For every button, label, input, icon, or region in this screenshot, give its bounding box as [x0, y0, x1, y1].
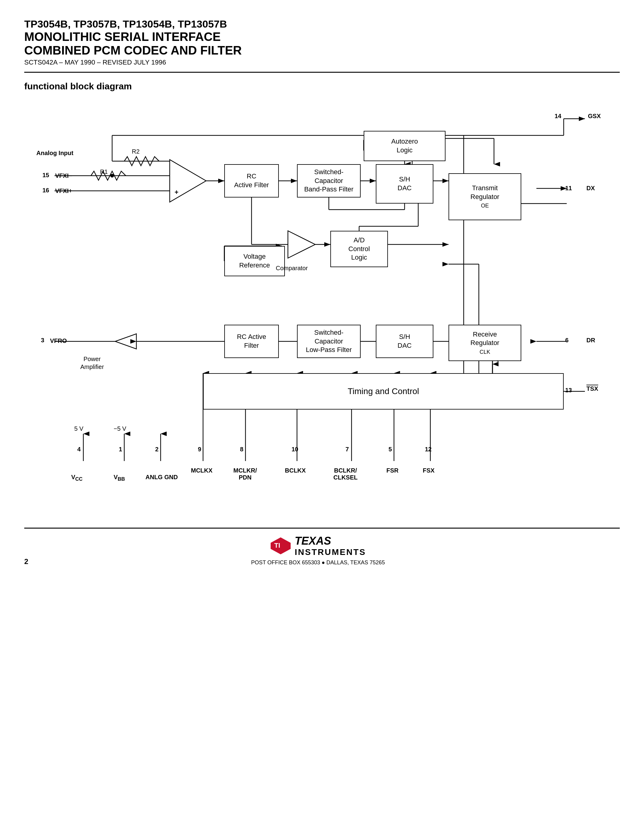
footer-rule: [24, 527, 620, 529]
svg-text:+: +: [175, 188, 179, 196]
title-line3: COMBINED PCM CODEC AND FILTER: [24, 43, 620, 57]
pin4-number: 4: [77, 446, 80, 453]
vfxi-minus-label: VFXI−: [55, 172, 72, 180]
pin11-number: 11: [565, 185, 572, 192]
page: TP3054B, TP3057B, TP13054B, TP13057B MON…: [0, 0, 644, 833]
mclkx-signal: MCLKX: [191, 467, 213, 474]
pin10-number: 10: [291, 446, 298, 453]
pin14-number: 14: [555, 113, 561, 120]
pin13-number: 13: [565, 387, 572, 394]
pin9-number: 9: [198, 446, 201, 453]
fsr-signal: FSR: [386, 467, 399, 474]
pin15-number: 15: [42, 172, 49, 179]
receive-regulator-block: Receive Regulator CLK: [449, 325, 521, 361]
rc-active-filter-top-block: RC Active Filter: [224, 164, 279, 198]
ti-logo-icon: TI: [270, 537, 291, 555]
pin3-number: 3: [41, 337, 44, 344]
diagram-svg: +: [24, 101, 624, 510]
svg-marker-30: [288, 231, 315, 258]
power-amplifier-label: Power Amplifier: [80, 355, 104, 371]
neg5v-label: −5 V: [114, 425, 126, 433]
footer-address: POST OFFICE BOX 655303 ● DALLAS, TEXAS 7…: [251, 560, 385, 566]
timing-control-block: Timing and Control: [203, 373, 564, 410]
fsx-signal: FSX: [423, 467, 435, 474]
rc-active-filter-bot-block: RC Active Filter: [224, 325, 279, 358]
vfro-label: VFRO: [50, 337, 67, 345]
ti-texas: TEXAS: [295, 535, 366, 547]
sh-dac-top-block: S/H DAC: [376, 164, 433, 204]
svg-marker-65: [270, 537, 291, 554]
pin8-number: 8: [240, 446, 243, 453]
title-line2: MONOLITHIC SERIAL INTERFACE: [24, 30, 620, 43]
pin1-number: 1: [119, 446, 122, 453]
pin2-number: 2: [155, 446, 158, 453]
pin7-number: 7: [346, 446, 349, 453]
header-rule: [24, 72, 620, 73]
mclkr-pdn-signal: MCLKR/ PDN: [233, 467, 257, 481]
switched-cap-bpf-block: Switched- Capacitor Band-Pass Filter: [297, 164, 361, 198]
pin6-number: 6: [565, 337, 568, 344]
diagram-container: +: [24, 101, 624, 510]
footer-center: TI TEXAS INSTRUMENTS POST OFFICE BOX 655…: [251, 535, 385, 566]
ti-logo: TI TEXAS INSTRUMENTS: [270, 535, 366, 557]
page-number: 2: [24, 557, 28, 566]
dr-signal: DR: [586, 337, 595, 344]
dx-signal: DX: [586, 185, 595, 192]
comparator-label: Comparator: [276, 264, 308, 272]
transmit-regulator-block: Transmit Regulator OE: [449, 173, 521, 220]
autozero-logic-block: Autozero Logic: [364, 131, 446, 161]
footer: 2 TI TEXAS INSTRUMENTS POST OFFICE BOX 6…: [24, 535, 620, 566]
ad-control-logic-block: A/D Control Logic: [330, 231, 388, 267]
ti-instruments: INSTRUMENTS: [295, 547, 366, 557]
svg-marker-38: [115, 334, 136, 349]
bclkx-signal: BCLKX: [285, 467, 306, 474]
pin5-number: 5: [388, 446, 392, 453]
pin16-number: 16: [42, 187, 49, 194]
svg-point-11: [110, 174, 114, 177]
vfxi-plus-label: VFXI+: [55, 187, 72, 195]
pin12-number: 12: [425, 446, 431, 453]
r1-label: R1: [100, 168, 108, 176]
gsx-signal: GSX: [588, 113, 601, 120]
section-heading: functional block diagram: [24, 81, 620, 92]
svg-text:TI: TI: [274, 542, 280, 549]
switched-cap-lpf-block: Switched- Capacitor Low-Pass Filter: [297, 325, 361, 358]
sh-dac-bot-block: S/H DAC: [376, 325, 433, 358]
ti-name: TEXAS INSTRUMENTS: [295, 535, 366, 557]
vbb-label: VBB: [114, 473, 125, 482]
title-line1: TP3054B, TP3057B, TP13054B, TP13057B: [24, 18, 620, 30]
bclkr-clksel-signal: BCLKR/ CLKSEL: [333, 467, 357, 481]
analog-input-label: Analog Input: [36, 149, 73, 157]
header-subtitle: SCTS042A – MAY 1990 – REVISED JULY 1996: [24, 58, 620, 66]
svg-marker-13: [170, 160, 206, 202]
anlg-gnd-label: ANLG GND: [145, 473, 178, 481]
header: TP3054B, TP3057B, TP13054B, TP13057B MON…: [24, 18, 620, 66]
tsx-signal: TSX: [586, 385, 598, 392]
5v-label: 5 V: [74, 425, 83, 433]
vcc-label: VCC: [71, 473, 82, 482]
r2-label: R2: [132, 148, 140, 155]
